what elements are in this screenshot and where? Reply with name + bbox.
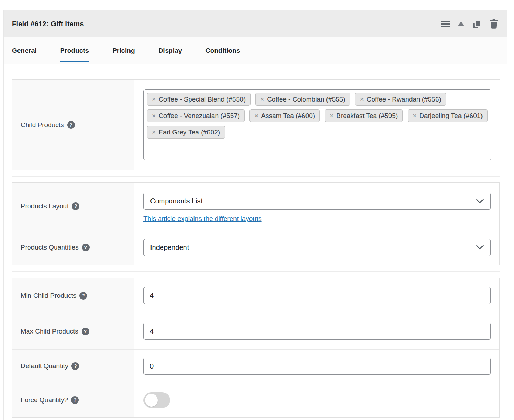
default-quantity-label: Default Quantity (21, 362, 68, 370)
products-layout-selected-value: Components List (150, 197, 203, 205)
products-layout-value-cell: Components List This article explains th… (134, 183, 499, 230)
products-quantities-label-cell: Products Quantities ? (12, 230, 134, 265)
product-tag-label: Coffee - Special Blend (#550) (159, 96, 246, 103)
tab-general[interactable]: General (12, 37, 37, 64)
remove-tag-icon[interactable]: × (152, 129, 156, 135)
field-row-products-layout: Products Layout ? Components List This a… (12, 183, 499, 230)
child-products-table: Child Products ? ×Coffee - Special Blend… (12, 79, 500, 170)
default-quantity-label-cell: Default Quantity ? (12, 350, 134, 383)
header-actions (441, 19, 498, 29)
tab-content-products: Child Products ? ×Coffee - Special Blend… (4, 64, 507, 420)
field-row-force-quantity: Force Quantity? ? (12, 383, 499, 417)
max-child-products-label: Max Child Products (21, 328, 78, 335)
products-quantities-select[interactable]: Independent (143, 239, 491, 256)
product-tag[interactable]: ×Coffee - Rwandan (#556) (355, 93, 446, 106)
help-icon[interactable]: ? (82, 244, 90, 251)
product-tag[interactable]: ×Assam Tea (#600) (249, 109, 320, 122)
min-child-products-input[interactable] (143, 287, 491, 304)
chevron-down-icon (476, 245, 484, 250)
toggle-knob-icon (145, 394, 158, 407)
product-tag-label: Breakfast Tea (#595) (336, 112, 398, 120)
field-settings-panel: Field #612: Gift Items (3, 10, 507, 420)
product-tag[interactable]: ×Darjeeling Tea (#601) (408, 109, 487, 122)
tab-conditions[interactable]: Conditions (205, 37, 240, 64)
product-tag[interactable]: ×Earl Grey Tea (#602) (147, 126, 225, 139)
help-icon[interactable]: ? (79, 292, 87, 300)
remove-tag-icon[interactable]: × (360, 96, 364, 103)
help-icon[interactable]: ? (82, 328, 89, 335)
product-tag[interactable]: ×Breakfast Tea (#595) (325, 109, 403, 122)
remove-tag-icon[interactable]: × (152, 96, 156, 103)
tab-pricing[interactable]: Pricing (112, 37, 135, 64)
product-tag[interactable]: ×Coffee - Venezualan (#557) (147, 109, 245, 122)
remove-tag-icon[interactable]: × (330, 112, 333, 119)
min-child-products-label: Min Child Products (21, 292, 76, 300)
remove-tag-icon[interactable]: × (152, 112, 156, 119)
product-tag[interactable]: ×Coffee - Colombian (#555) (255, 93, 350, 106)
panel-title: Field #612: Gift Items (12, 20, 84, 28)
products-quantities-label: Products Quantities (21, 244, 79, 251)
force-quantity-label-cell: Force Quantity? ? (12, 383, 134, 417)
min-child-products-value-cell (134, 278, 499, 313)
duplicate-icon[interactable] (472, 19, 481, 29)
tab-bar: General Products Pricing Display Conditi… (4, 37, 507, 64)
field-row-child-products: Child Products ? ×Coffee - Special Blend… (12, 80, 499, 170)
product-tag-label: Earl Grey Tea (#602) (159, 128, 220, 136)
chevron-down-icon (476, 199, 484, 203)
menu-icon[interactable] (441, 20, 450, 28)
force-quantity-toggle[interactable] (143, 392, 170, 408)
child-products-label: Child Products (21, 121, 64, 129)
force-quantity-label: Force Quantity? (21, 396, 68, 404)
product-tag-label: Coffee - Venezualan (#557) (159, 112, 240, 120)
product-tag-label: Darjeeling Tea (#601) (419, 112, 483, 120)
min-child-products-label-cell: Min Child Products ? (12, 278, 134, 313)
layouts-article-link[interactable]: This article explains the different layo… (143, 215, 262, 223)
force-quantity-value-cell (134, 383, 499, 417)
remove-tag-icon[interactable]: × (260, 96, 264, 103)
product-tag-label: Assam Tea (#600) (261, 112, 315, 120)
tab-products[interactable]: Products (60, 37, 89, 64)
products-quantities-value-cell: Independent (134, 230, 499, 265)
default-quantity-value-cell (134, 350, 499, 383)
quantity-table: Min Child Products ? Max Child Products … (12, 278, 500, 418)
field-row-products-quantities: Products Quantities ? Independent (12, 230, 499, 265)
tab-display[interactable]: Display (159, 37, 182, 64)
help-icon[interactable]: ? (71, 362, 79, 370)
trash-icon[interactable] (490, 19, 498, 29)
remove-tag-icon[interactable]: × (413, 112, 416, 119)
product-tag-label: Coffee - Colombian (#555) (267, 96, 345, 103)
child-products-value-cell: ×Coffee - Special Blend (#550)×Coffee - … (134, 80, 500, 170)
layout-table: Products Layout ? Components List This a… (12, 182, 500, 265)
field-row-max-child-products: Max Child Products ? (12, 313, 499, 350)
remove-tag-icon[interactable]: × (254, 112, 258, 119)
products-layout-label: Products Layout (21, 202, 69, 210)
child-products-taglist[interactable]: ×Coffee - Special Blend (#550)×Coffee - … (143, 89, 491, 160)
max-child-products-label-cell: Max Child Products ? (12, 313, 134, 349)
default-quantity-input[interactable] (143, 358, 491, 375)
field-row-default-quantity: Default Quantity ? (12, 350, 499, 383)
products-layout-select[interactable]: Components List (143, 192, 491, 210)
panel-header: Field #612: Gift Items (4, 10, 507, 37)
max-child-products-value-cell (134, 313, 499, 349)
products-quantities-selected-value: Independent (150, 244, 189, 252)
help-icon[interactable]: ? (67, 121, 75, 129)
product-tag-label: Coffee - Rwandan (#556) (367, 96, 441, 103)
help-icon[interactable]: ? (71, 396, 79, 404)
help-icon[interactable]: ? (72, 202, 79, 210)
product-tag[interactable]: ×Coffee - Special Blend (#550) (147, 93, 251, 106)
child-products-label-cell: Child Products ? (12, 80, 134, 170)
collapse-up-icon[interactable] (458, 22, 464, 26)
products-layout-label-cell: Products Layout ? (12, 183, 134, 230)
field-row-min-child-products: Min Child Products ? (12, 278, 499, 313)
max-child-products-input[interactable] (143, 323, 491, 340)
